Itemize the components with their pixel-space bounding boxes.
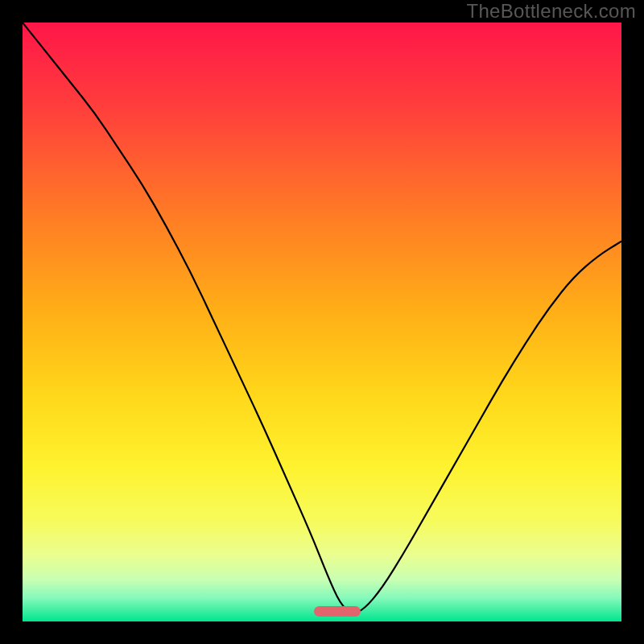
watermark-text: TheBottleneck.com: [466, 0, 636, 23]
plot-area: [23, 23, 621, 621]
chart-frame: TheBottleneck.com: [0, 0, 644, 644]
optimal-marker: [314, 606, 361, 617]
curve-layer: [23, 23, 621, 621]
bottleneck-curve: [23, 23, 621, 613]
